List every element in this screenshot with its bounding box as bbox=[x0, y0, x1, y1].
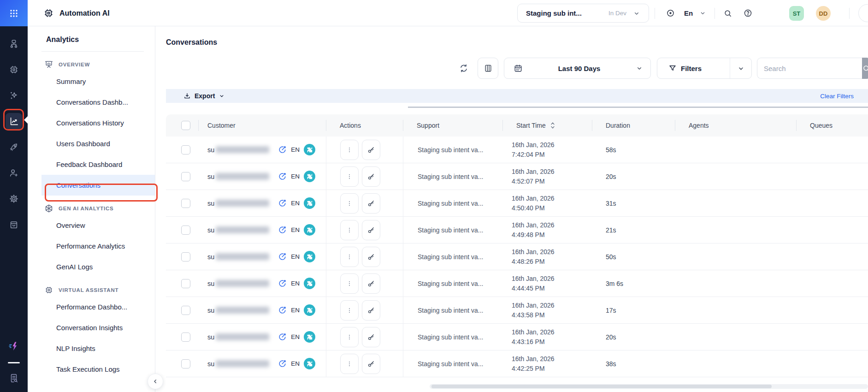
sidebar-item-conversations[interactable]: Conversations bbox=[41, 175, 155, 196]
sidebar-item-summary[interactable]: Summary bbox=[41, 71, 155, 92]
row-checkbox[interactable] bbox=[181, 279, 190, 288]
sitemap-icon[interactable] bbox=[6, 36, 22, 52]
columns-button[interactable] bbox=[478, 58, 498, 79]
select-all-checkbox[interactable] bbox=[181, 121, 190, 130]
date-range-dropdown[interactable]: Last 90 Days bbox=[504, 58, 651, 79]
sidebar-item-feedback-dashboard[interactable]: Feedback Dashboard bbox=[41, 154, 155, 175]
table-top-scrollbar[interactable] bbox=[408, 107, 868, 108]
puzzle-icon bbox=[307, 254, 313, 260]
sidebar-item-conversations-history[interactable]: Conversations History bbox=[41, 113, 155, 133]
row-menu-button[interactable] bbox=[340, 220, 359, 240]
test-button[interactable]: Test bbox=[858, 4, 868, 22]
edit-icon[interactable] bbox=[278, 279, 287, 288]
row-checkbox[interactable] bbox=[181, 333, 190, 342]
row-menu-button[interactable] bbox=[340, 166, 359, 187]
avatar[interactable]: ST bbox=[789, 6, 804, 21]
edit-icon[interactable] bbox=[278, 252, 287, 261]
sidebar-item-overview[interactable]: Overview bbox=[41, 215, 155, 236]
row-menu-button[interactable] bbox=[340, 327, 359, 347]
sidebar-collapse-button[interactable] bbox=[148, 374, 163, 389]
chevron-down-icon[interactable] bbox=[699, 0, 706, 26]
scrollbar-thumb[interactable] bbox=[431, 385, 772, 388]
settings-gear-icon[interactable] bbox=[6, 190, 22, 207]
row-key-button[interactable] bbox=[362, 273, 380, 294]
row-key-button[interactable] bbox=[362, 300, 380, 321]
row-menu-button[interactable] bbox=[340, 273, 359, 294]
help-icon[interactable] bbox=[743, 0, 753, 26]
row-key-button[interactable] bbox=[362, 166, 380, 187]
row-key-button[interactable] bbox=[362, 193, 380, 214]
edit-icon[interactable] bbox=[278, 145, 287, 154]
bot-selector[interactable]: Staging sub int... In Dev bbox=[517, 4, 649, 23]
column-header-support[interactable]: Support bbox=[403, 114, 502, 137]
sidebar-item-genai-logs[interactable]: GenAI Logs bbox=[41, 256, 155, 277]
sidebar-item-users-dashboard[interactable]: Users Dashboard bbox=[41, 133, 155, 154]
analytics-chart-icon[interactable] bbox=[6, 113, 22, 130]
avatar[interactable]: DD bbox=[816, 6, 831, 21]
column-header-queues[interactable]: Queues bbox=[796, 114, 868, 137]
search-bar bbox=[757, 58, 868, 79]
filters-button[interactable]: Filters bbox=[657, 58, 730, 78]
row-checkbox[interactable] bbox=[181, 172, 190, 181]
row-menu-button[interactable] bbox=[340, 247, 359, 267]
row-checkbox[interactable] bbox=[181, 306, 190, 315]
user-add-icon[interactable] bbox=[6, 165, 22, 181]
refresh-icon[interactable] bbox=[459, 63, 469, 73]
row-menu-button[interactable] bbox=[340, 354, 359, 374]
row-checkbox[interactable] bbox=[181, 359, 190, 368]
column-header-customer[interactable]: Customer bbox=[198, 114, 326, 137]
clear-filters-link[interactable]: Clear Filters bbox=[820, 93, 854, 100]
export-button[interactable]: Export bbox=[183, 92, 225, 100]
row-menu-button[interactable] bbox=[340, 300, 359, 321]
integration-badge bbox=[304, 304, 315, 316]
sidebar-item-task-execution-logs[interactable]: Task Execution Logs bbox=[41, 359, 155, 380]
chevron-down-icon[interactable] bbox=[730, 65, 751, 72]
row-key-button[interactable] bbox=[362, 247, 380, 267]
edit-icon[interactable] bbox=[278, 172, 287, 181]
edit-icon[interactable] bbox=[278, 306, 287, 315]
flash-icon[interactable] bbox=[6, 338, 22, 355]
search-input[interactable] bbox=[757, 58, 862, 79]
edit-icon[interactable] bbox=[278, 333, 287, 341]
row-key-button[interactable] bbox=[362, 354, 380, 374]
sidebar-item-conversation-insights[interactable]: Conversation Insights bbox=[41, 317, 155, 338]
row-key-button[interactable] bbox=[362, 140, 380, 160]
sidebar-item-nlp-insights[interactable]: NLP Insights bbox=[41, 338, 155, 359]
sparkles-icon[interactable] bbox=[6, 87, 22, 104]
bot-status-badge: In Dev bbox=[608, 10, 626, 17]
start-date: 16th Jan, 2026 bbox=[512, 247, 555, 257]
row-key-button[interactable] bbox=[362, 220, 380, 240]
row-key-button[interactable] bbox=[362, 327, 380, 347]
app-launcher-button[interactable] bbox=[0, 0, 28, 26]
search-button[interactable] bbox=[862, 58, 868, 79]
column-header-agents[interactable]: Agents bbox=[675, 114, 796, 137]
edit-icon[interactable] bbox=[278, 199, 287, 208]
row-menu-button[interactable] bbox=[340, 193, 359, 214]
doc-search-icon[interactable] bbox=[6, 370, 22, 386]
queues-cell bbox=[796, 137, 868, 163]
column-header-duration[interactable]: Duration bbox=[592, 114, 675, 137]
duration-value: 58s bbox=[606, 146, 616, 154]
chip-icon[interactable] bbox=[6, 61, 22, 78]
row-checkbox[interactable] bbox=[181, 252, 190, 261]
column-header-start-time[interactable]: Start Time bbox=[502, 114, 592, 137]
sort-icon[interactable] bbox=[549, 121, 556, 130]
sidebar-item-conversations-dashb[interactable]: Conversations Dashb... bbox=[41, 92, 155, 113]
edit-icon[interactable] bbox=[278, 359, 287, 368]
customer-name: su bbox=[207, 280, 214, 287]
row-menu-button[interactable] bbox=[340, 140, 359, 160]
column-header-actions[interactable]: Actions bbox=[326, 114, 403, 137]
filters-dropdown[interactable]: Filters bbox=[657, 58, 752, 79]
row-checkbox[interactable] bbox=[181, 226, 190, 235]
language-selector[interactable]: En bbox=[684, 0, 693, 26]
sidebar-item-performance-analytics[interactable]: Performance Analytics bbox=[41, 236, 155, 256]
shopping-bag-icon[interactable] bbox=[6, 216, 22, 233]
sidebar-item-performance-dashbo[interactable]: Performance Dashbo... bbox=[41, 297, 155, 317]
row-checkbox[interactable] bbox=[181, 199, 190, 208]
row-checkbox[interactable] bbox=[181, 145, 190, 154]
edit-icon[interactable] bbox=[278, 226, 287, 234]
table-horizontal-scrollbar[interactable] bbox=[430, 384, 868, 389]
rocket-icon[interactable] bbox=[6, 139, 22, 155]
search-icon[interactable] bbox=[723, 0, 732, 26]
target-icon[interactable] bbox=[666, 0, 675, 26]
